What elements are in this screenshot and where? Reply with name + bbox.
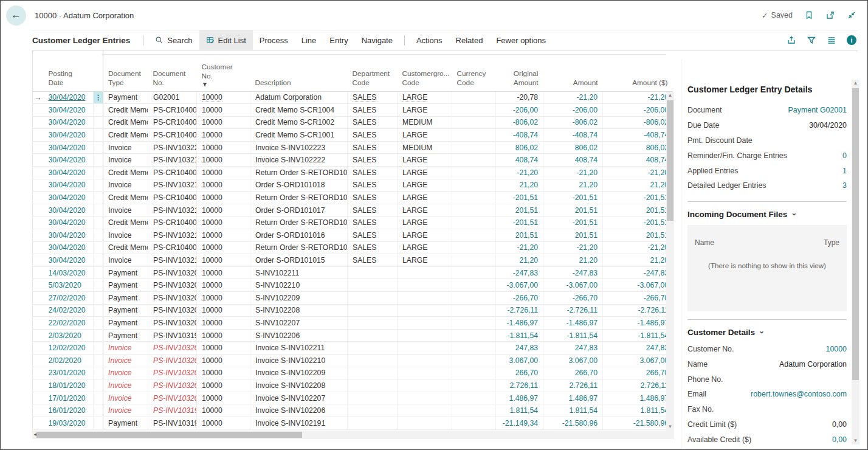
cell-document-no[interactable]: PS-INV103191	[148, 417, 197, 429]
cell-posting-date[interactable]: 30/04/2020	[44, 129, 94, 142]
cell-original-amount[interactable]: -201,51	[496, 192, 543, 204]
cell-customer-no[interactable]: 10000	[197, 254, 250, 267]
cell-document-type[interactable]: Payment	[103, 304, 148, 317]
cell-amount-usd[interactable]: -201,51	[603, 192, 673, 204]
cell-posting-date[interactable]: 30/04/2020	[44, 116, 94, 129]
cell-currency-code[interactable]	[452, 342, 496, 355]
cell-document-no[interactable]: PS-INV103215	[148, 254, 197, 267]
cell-customergroup-code[interactable]: LARGE	[398, 204, 452, 216]
cell-amount-usd[interactable]: 408,74	[603, 154, 673, 167]
cell-posting-date[interactable]: 30/04/2020	[44, 192, 94, 204]
cell-document-no[interactable]: PS-CR104005	[148, 129, 197, 142]
cell-customer-no[interactable]: 10000	[197, 354, 250, 367]
cell-department-code[interactable]: SALES	[348, 167, 398, 179]
table-horizontal-scrollbar[interactable]: ◄ ►	[32, 431, 674, 439]
table-row[interactable]: 30/04/2020Credit MemoPS-CR10400410000Ret…	[33, 167, 673, 179]
cell-customer-no[interactable]: 10000	[197, 417, 250, 429]
search-menu-item[interactable]: Search	[148, 30, 199, 50]
cell-posting-date[interactable]: 18/01/2020	[44, 379, 94, 392]
cell-description[interactable]: Order S-ORD101016	[250, 229, 348, 242]
filter-icon[interactable]	[807, 35, 816, 45]
cell-document-type[interactable]: Payment	[103, 91, 148, 104]
cell-customer-no[interactable]: 10000	[197, 229, 250, 242]
cell-customer-no[interactable]: 10000	[197, 304, 250, 317]
cell-amount-usd[interactable]: -408,74	[603, 129, 673, 142]
cell-document-no[interactable]: PS-INV103202	[148, 292, 197, 305]
cell-original-amount[interactable]: 201,51	[496, 204, 543, 216]
cell-posting-date[interactable]: 30/04/2020	[44, 241, 94, 254]
cell-document-type[interactable]: Payment	[103, 417, 148, 429]
cell-department-code[interactable]: SALES	[348, 116, 398, 129]
cell-document-no[interactable]: PS-INV103200	[148, 317, 197, 330]
scroll-down-icon[interactable]: ▼	[666, 423, 674, 431]
cell-amount-usd[interactable]: -2.726,11	[603, 304, 673, 317]
cell-customer-no[interactable]: 10000	[197, 342, 250, 355]
cell-amount[interactable]: 21,20	[543, 254, 603, 267]
table-row[interactable]: 30/04/2020Credit MemoPS-CR10400210000Ret…	[33, 216, 673, 229]
column-header-custno[interactable]: Customer No.	[197, 50, 250, 91]
cell-document-type[interactable]: Invoice	[103, 342, 148, 355]
table-row[interactable]: 5/03/2020PaymentPS-INV10320310000S-INV10…	[33, 279, 673, 292]
cell-description[interactable]: Order S-ORD101015	[250, 254, 348, 267]
cell-original-amount[interactable]: -21,20	[496, 241, 543, 254]
cell-amount-usd[interactable]: 806,02	[603, 141, 673, 154]
back-button[interactable]: ←	[6, 5, 26, 26]
cell-customer-no[interactable]: 10000	[197, 154, 250, 167]
cell-document-no[interactable]: PS-INV103201	[148, 379, 197, 392]
cell-document-type[interactable]: Invoice	[103, 141, 148, 154]
cell-customer-no[interactable]: 10000	[197, 292, 250, 305]
cell-document-no[interactable]: PS-INV103218	[148, 179, 197, 192]
cell-department-code[interactable]: SALES	[348, 254, 398, 267]
cell-posting-date[interactable]: 30/04/2020	[44, 154, 94, 167]
cell-customer-no[interactable]: 10000	[197, 167, 250, 179]
cell-original-amount[interactable]: -3.067,00	[496, 279, 543, 292]
cell-description[interactable]: Order S-ORD101018	[250, 179, 348, 192]
cell-department-code[interactable]: SALES	[348, 229, 398, 242]
cell-department-code[interactable]	[348, 392, 398, 404]
cell-amount-usd[interactable]: -3.067,00	[603, 279, 673, 292]
table-row[interactable]: 30/04/2020InvoicePS-INV10321510000Order …	[33, 254, 673, 267]
cell-amount[interactable]: 201,51	[543, 229, 603, 242]
cell-document-type[interactable]: Invoice	[103, 204, 148, 216]
cell-document-type[interactable]: Invoice	[103, 392, 148, 404]
cell-document-no[interactable]: PS-CR104006	[148, 116, 197, 129]
cell-customergroup-code[interactable]	[398, 266, 452, 279]
cell-amount[interactable]: -1.811,54	[543, 329, 603, 342]
table-row[interactable]: 18/01/2020InvoicePS-INV10320110000Invoic…	[33, 379, 673, 392]
menu-item-related[interactable]: Related	[449, 30, 490, 50]
cell-document-no[interactable]: PS-CR104004	[148, 167, 197, 179]
table-row[interactable]: 30/04/2020Credit MemoPS-CR10400510000Cre…	[33, 129, 673, 142]
menu-item-line[interactable]: Line	[295, 30, 323, 50]
cell-document-no[interactable]: G02001	[148, 91, 197, 104]
table-row[interactable]: 2/02/2020InvoicePS-INV10320310000Invoice…	[33, 354, 673, 367]
column-header-menu[interactable]	[94, 50, 103, 91]
cell-currency-code[interactable]	[452, 329, 496, 342]
cell-original-amount[interactable]: -2.726,11	[496, 304, 543, 317]
cell-currency-code[interactable]	[452, 129, 496, 142]
cell-document-type[interactable]: Invoice	[103, 367, 148, 379]
bookmark-icon[interactable]	[804, 10, 814, 20]
cell-description[interactable]: Return Order S-RETORD1003	[250, 216, 348, 229]
cell-amount[interactable]: -2.726,11	[543, 304, 603, 317]
cell-amount[interactable]: 247,83	[543, 342, 603, 355]
cell-customer-no[interactable]: 10000	[197, 129, 250, 142]
column-header-amtusd[interactable]: Amount ($)	[603, 50, 673, 91]
cell-customer-no[interactable]: 10000	[197, 266, 250, 279]
cell-customergroup-code[interactable]	[398, 417, 452, 429]
cell-customergroup-code[interactable]: LARGE	[398, 241, 452, 254]
cell-amount[interactable]: 806,02	[543, 141, 603, 154]
cell-document-type[interactable]: Invoice	[103, 229, 148, 242]
cell-original-amount[interactable]: -21,20	[496, 167, 543, 179]
cell-document-type[interactable]: Credit Memo	[103, 167, 148, 179]
cell-posting-date[interactable]: 30/04/2020	[44, 254, 94, 267]
cell-posting-date[interactable]: 2/02/2020	[44, 354, 94, 367]
cell-document-type[interactable]: Credit Memo	[103, 241, 148, 254]
edit-list-menu-item[interactable]: Edit List	[199, 30, 253, 50]
cell-customergroup-code[interactable]: LARGE	[398, 254, 452, 267]
cell-currency-code[interactable]	[452, 392, 496, 404]
popout-icon[interactable]	[825, 10, 835, 20]
info-icon[interactable]: i	[847, 35, 856, 45]
cell-document-type[interactable]: Payment	[103, 279, 148, 292]
cell-customer-no[interactable]: 10000	[197, 91, 250, 104]
cell-amount[interactable]: -408,74	[543, 129, 603, 142]
